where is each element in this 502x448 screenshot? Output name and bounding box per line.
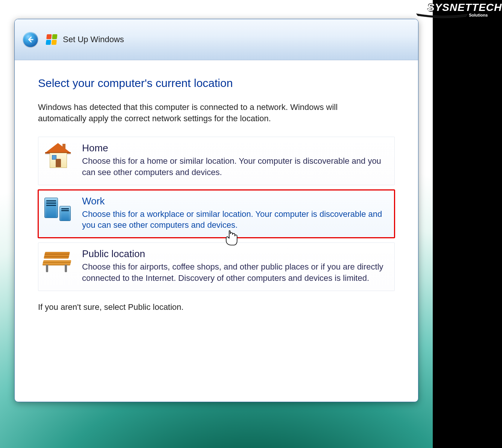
option-work-desc: Choose this for a workplace or similar l…	[82, 209, 388, 231]
option-home-desc: Choose this for a home or similar locati…	[82, 155, 388, 178]
back-button[interactable]	[23, 32, 38, 47]
option-public[interactable]: Public location Choose this for airports…	[38, 242, 395, 291]
option-work-title: Work	[82, 195, 388, 207]
home-icon	[43, 142, 73, 171]
public-icon	[43, 248, 73, 277]
page-heading: Select your computer's current location	[38, 77, 395, 90]
window-title: Set Up Windows	[63, 35, 124, 44]
option-home-title: Home	[82, 142, 388, 154]
work-icon	[43, 195, 73, 224]
titlebar: Set Up Windows	[15, 19, 418, 60]
option-work[interactable]: Work Choose this for a workplace or simi…	[38, 190, 395, 238]
content-area: Select your computer's current location …	[15, 60, 418, 312]
letterbox-right	[433, 0, 502, 448]
footer-note: If you aren't sure, select Public locati…	[38, 302, 395, 312]
page-intro: Windows has detected that this computer …	[38, 102, 380, 124]
setup-window: Set Up Windows Select your computer's cu…	[14, 19, 418, 402]
windows-logo-icon	[46, 34, 58, 45]
arrow-left-icon	[26, 35, 35, 44]
option-public-desc: Choose this for airports, coffee shops, …	[82, 261, 388, 283]
option-home[interactable]: Home Choose this for a home or similar l…	[38, 137, 395, 185]
option-public-title: Public location	[82, 248, 388, 260]
